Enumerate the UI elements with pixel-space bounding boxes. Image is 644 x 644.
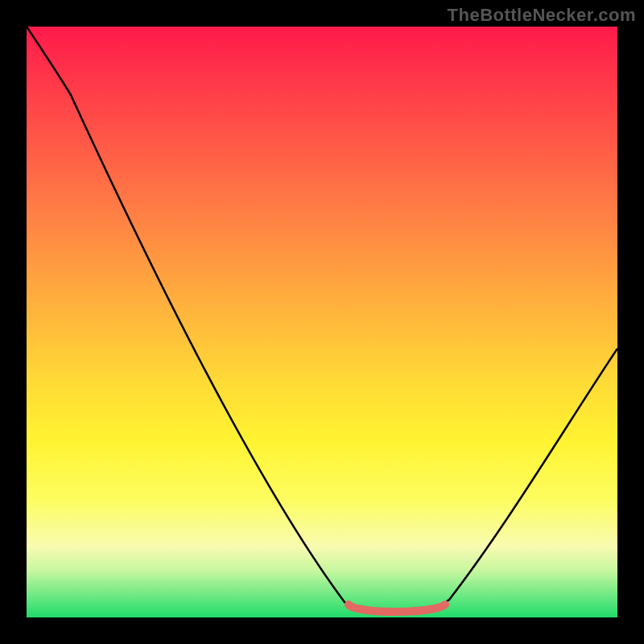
- chart-svg: [27, 27, 617, 617]
- chart-plot-area: [27, 27, 617, 617]
- chart-marker-region: [349, 605, 445, 612]
- chart-curve: [27, 27, 617, 612]
- watermark-text: TheBottleNecker.com: [448, 5, 636, 26]
